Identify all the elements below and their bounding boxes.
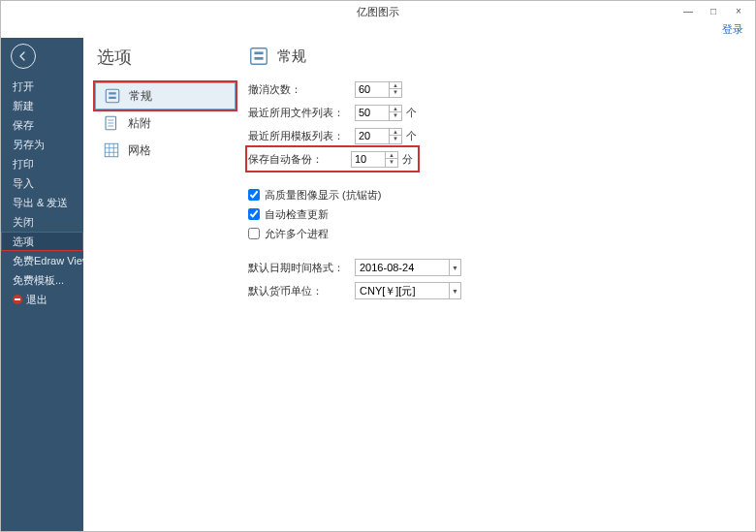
sidebar-item-close[interactable]: 关闭	[1, 212, 83, 232]
sidebar-item-new[interactable]: 新建	[1, 96, 83, 115]
sidebar: 打开 新建 保存 另存为 打印 导入 导出 & 发送 关闭 选项 免费Edraw…	[1, 38, 83, 531]
sidebar-item-open[interactable]: 打开	[1, 77, 83, 96]
autosave-spinner[interactable]: ▲▼	[351, 151, 398, 168]
section-title: 常规	[277, 47, 306, 66]
recent-suffix: 个	[406, 106, 417, 120]
undo-input[interactable]	[356, 82, 389, 97]
window-maximize-button[interactable]: □	[701, 1, 726, 20]
back-arrow-icon	[17, 50, 29, 62]
tpl-label: 最近所用模板列表：	[248, 129, 355, 143]
recent-down[interactable]: ▼	[390, 112, 401, 120]
svg-rect-13	[254, 51, 263, 54]
tpl-down[interactable]: ▼	[390, 136, 401, 143]
undo-up[interactable]: ▲	[390, 82, 401, 90]
section-icon	[248, 46, 269, 67]
recent-label: 最近所用文件列表：	[248, 106, 355, 120]
sidebar-item-print[interactable]: 打印	[1, 154, 83, 173]
date-combo[interactable]: ▼	[355, 259, 461, 276]
svg-rect-7	[105, 143, 118, 157]
recent-input[interactable]	[356, 106, 389, 120]
tpl-up[interactable]: ▲	[390, 129, 401, 137]
currency-input[interactable]	[356, 283, 449, 298]
grid-icon	[103, 141, 120, 159]
page-title: 选项	[83, 38, 238, 82]
update-label: 自动检查更新	[265, 207, 329, 222]
tpl-spinner[interactable]: ▲▼	[355, 128, 402, 144]
sidebar-item-exit-label: 退出	[26, 294, 47, 305]
undo-label: 撤消次数：	[248, 82, 355, 97]
autosave-down[interactable]: ▼	[386, 159, 397, 167]
category-snap[interactable]: 粘附	[95, 110, 236, 137]
recent-spinner[interactable]: ▲▼	[355, 105, 402, 121]
sidebar-item-options[interactable]: 选项	[1, 232, 83, 251]
window-close-button[interactable]: ×	[726, 1, 751, 20]
undo-down[interactable]: ▼	[390, 89, 401, 97]
currency-dropdown-icon[interactable]: ▼	[449, 283, 460, 298]
autosave-input[interactable]	[352, 152, 385, 167]
sidebar-item-saveas[interactable]: 另存为	[1, 135, 83, 154]
currency-label: 默认货币单位：	[248, 284, 355, 298]
sidebar-item-export[interactable]: 导出 & 发送	[1, 193, 83, 212]
category-grid[interactable]: 网格	[95, 137, 236, 164]
autosave-suffix: 分	[402, 152, 413, 167]
category-general-label: 常规	[129, 88, 152, 105]
window-minimize-button[interactable]: —	[676, 1, 701, 20]
app-title: 亿图图示	[357, 5, 399, 19]
tpl-suffix: 个	[406, 129, 417, 143]
date-label: 默认日期时间格式：	[248, 261, 355, 275]
svg-rect-1	[109, 92, 116, 94]
svg-rect-2	[109, 97, 116, 99]
sidebar-item-import[interactable]: 导入	[1, 173, 83, 193]
snap-icon	[103, 114, 120, 132]
svg-rect-14	[254, 57, 263, 60]
autosave-row: 保存自动备份： ▲▼ 分	[248, 148, 417, 170]
autosave-label: 保存自动备份：	[248, 152, 351, 167]
category-snap-label: 粘附	[128, 115, 151, 132]
date-input[interactable]	[356, 260, 449, 275]
multiproc-checkbox[interactable]	[248, 228, 260, 239]
category-general[interactable]: 常规	[95, 82, 236, 110]
multiproc-label: 允许多个进程	[265, 227, 329, 241]
sidebar-item-templates[interactable]: 免费模板...	[1, 270, 83, 290]
update-checkbox[interactable]	[248, 208, 260, 220]
sidebar-item-exit[interactable]: 退出	[1, 290, 83, 309]
recent-up[interactable]: ▲	[390, 106, 401, 113]
hq-checkbox[interactable]	[248, 189, 260, 201]
svg-rect-12	[251, 48, 268, 65]
general-icon	[104, 87, 121, 105]
hq-label: 高质量图像显示 (抗锯齿)	[265, 188, 381, 203]
login-link[interactable]: 登录	[722, 23, 743, 35]
sidebar-item-viewer[interactable]: 免费Edraw Viewer	[1, 251, 83, 270]
sidebar-item-save[interactable]: 保存	[1, 115, 83, 135]
svg-rect-0	[106, 89, 119, 103]
currency-combo[interactable]: ▼	[355, 282, 461, 299]
autosave-up[interactable]: ▲	[386, 152, 397, 160]
tpl-input[interactable]	[356, 129, 389, 143]
category-grid-label: 网格	[128, 142, 151, 159]
back-button[interactable]	[11, 44, 36, 69]
exit-icon	[13, 295, 22, 304]
undo-spinner[interactable]: ▲▼	[355, 81, 402, 98]
date-dropdown-icon[interactable]: ▼	[449, 260, 460, 275]
